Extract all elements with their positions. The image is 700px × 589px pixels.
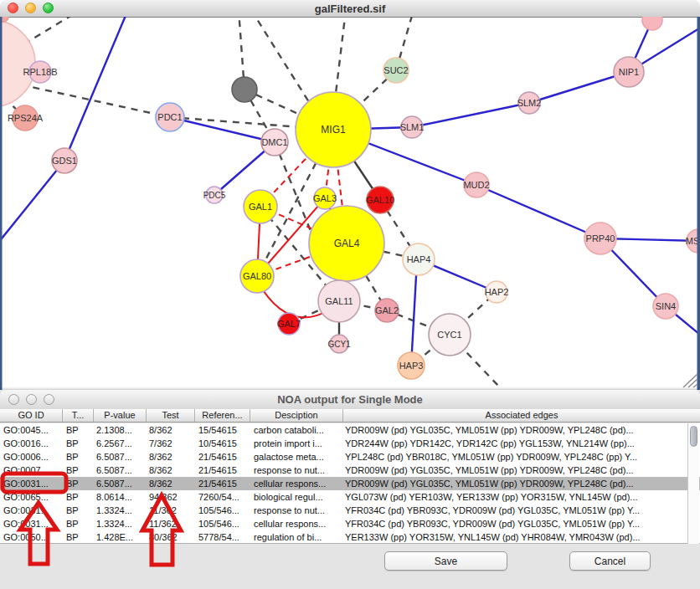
- cell-reference: 21/54615: [195, 477, 250, 490]
- zoom-icon[interactable]: [43, 3, 54, 13]
- edge-blue: [64, 17, 127, 161]
- table-row[interactable]: GO:0006...BP6.5087...8/36221/54615galact…: [0, 450, 700, 464]
- cell-associated: YFR034C (pd) YBR093C, YDR009W (pd) YGL03…: [343, 504, 700, 517]
- vertical-scrollbar[interactable]: [687, 423, 699, 544]
- node-label-SLM1: SLM1: [400, 122, 425, 132]
- column-header-1[interactable]: T...: [63, 409, 94, 422]
- cell-p_value: 6.2567...: [94, 437, 147, 450]
- cell-p_value: 6.5087...: [94, 477, 147, 490]
- node-label-GDS1: GDS1: [52, 156, 77, 166]
- column-header-6[interactable]: Associated edges: [343, 409, 700, 422]
- cell-p_value: 1.428E...: [94, 530, 147, 544]
- noa-window-titlebar[interactable]: NOA output for Single Mode: [0, 390, 700, 410]
- cell-description: response to nut...: [250, 504, 343, 517]
- cancel-button[interactable]: Cancel: [569, 551, 651, 571]
- table-header[interactable]: GO IDT...P-valueTestReferen...Desciption…: [0, 409, 700, 423]
- cell-description: regulation of bi...: [250, 530, 343, 544]
- edge-dash: [251, 17, 313, 109]
- cell-associated: YDR009W (pd) YGL035C, YML051W (pp) YDR00…: [343, 477, 700, 490]
- save-button[interactable]: Save: [384, 551, 507, 571]
- cell-associated: YDR244W (pp) YDR142C, YDR142C (pp) YGL15…: [343, 437, 700, 450]
- cell-description: protein import i...: [250, 437, 343, 450]
- node-label-GAL7: GAL7: [277, 319, 301, 329]
- node-label-HAP4: HAP4: [407, 254, 431, 264]
- cell-reference: 7260/54...: [195, 490, 250, 504]
- node-pink-top[interactable]: [642, 17, 662, 30]
- cell-go_id: GO:0045...: [0, 423, 63, 437]
- noa-window: NOA output for Single Mode GO IDT...P-va…: [0, 390, 700, 589]
- cell-go_id: GO:0016...: [0, 437, 63, 450]
- node-label-PDC1: PDC1: [157, 112, 182, 122]
- cell-test: 80/362: [147, 530, 195, 544]
- table-row[interactable]: GO:0031...BP6.5087...8/36221/54615cellul…: [0, 477, 700, 490]
- table-row[interactable]: GO:0016...BP6.2567...7/36210/54615protei…: [0, 437, 700, 450]
- scrollbar-thumb[interactable]: [690, 426, 697, 447]
- cell-description: carbon cataboli...: [250, 423, 343, 437]
- close-icon[interactable]: [8, 3, 18, 13]
- table-body[interactable]: GO:0045...BP2.1308...8/36215/54615carbon…: [0, 423, 700, 544]
- cell-test: 8/362: [147, 450, 195, 464]
- cell-go_id: GO:0006...: [0, 450, 63, 464]
- cell-associated: YDR009W (pd) YGL035C, YML051W (pp) YDR00…: [343, 464, 700, 477]
- table-row[interactable]: GO:0031...BP1.3324...11/362105/546...res…: [0, 504, 700, 517]
- cell-associated: YER133W (pp) YOR315W, YNL145W (pd) YHR08…: [343, 530, 700, 544]
- column-header-4[interactable]: Referen...: [195, 409, 250, 422]
- cell-type: BP: [63, 517, 94, 530]
- cell-p_value: 6.5087...: [94, 464, 147, 477]
- cell-p_value: 8.0614...: [94, 490, 147, 504]
- cell-go_id: GO:0031...: [0, 504, 63, 517]
- node-label-RPS24A: RPS24A: [8, 113, 44, 123]
- cell-description: biological regul...: [250, 490, 343, 504]
- inactive-minimize-icon[interactable]: [26, 394, 37, 405]
- window-frame-left: [0, 17, 3, 390]
- node-label-DMC1: DMC1: [261, 137, 287, 147]
- cell-p_value: 1.3324...: [94, 504, 147, 517]
- node-dark-node[interactable]: [232, 77, 257, 102]
- edge-blue: [476, 185, 600, 238]
- table-row[interactable]: GO:0065...BP8.0614...94/3627260/54...bio…: [0, 490, 700, 504]
- cell-type: BP: [63, 504, 94, 517]
- node-label-CYC1: CYC1: [437, 330, 461, 340]
- table-row[interactable]: GO:0031...BP1.3324...11/362105/546...cel…: [0, 517, 700, 530]
- column-header-2[interactable]: P-value: [94, 409, 147, 422]
- cell-go_id: GO:0031...: [0, 517, 63, 530]
- node-label-GAL11: GAL11: [325, 296, 353, 306]
- cell-test: 8/362: [147, 464, 195, 477]
- cell-type: BP: [63, 464, 94, 477]
- inactive-zoom-icon[interactable]: [44, 394, 54, 405]
- node-label-GCY1: GCY1: [327, 340, 351, 349]
- cell-type: BP: [63, 450, 94, 464]
- inactive-close-icon[interactable]: [8, 394, 19, 405]
- node-big-pale[interactable]: [0, 20, 35, 107]
- network-canvas[interactable]: RPL18BRPS24AGDS1PDC1DMC1MIG1SUC2SLM1SLM2…: [0, 17, 700, 390]
- cell-reference: 105/546...: [195, 517, 250, 530]
- table-row[interactable]: GO:0045...BP2.1308...8/36215/54615carbon…: [0, 423, 700, 437]
- table-row[interactable]: GO:0007...BP6.5087...8/36221/54615respon…: [0, 464, 700, 477]
- node-label-GAL1: GAL1: [249, 202, 272, 212]
- cell-p_value: 2.1308...: [94, 423, 147, 437]
- column-header-5[interactable]: Desciption: [250, 409, 343, 422]
- cell-go_id: GO:0065...: [0, 490, 63, 504]
- node-label-NIP1: NIP1: [619, 67, 639, 77]
- cell-test: 8/362: [147, 423, 195, 437]
- cell-type: BP: [63, 423, 94, 437]
- cell-associated: YDR009W (pd) YGL035C, YML051W (pp) YDR00…: [343, 423, 700, 437]
- cell-type: BP: [63, 530, 94, 544]
- column-header-3[interactable]: Test: [147, 409, 195, 422]
- cell-go_id: GO:0007...: [0, 464, 63, 477]
- minimize-icon[interactable]: [25, 3, 36, 13]
- column-header-0[interactable]: GO ID: [0, 409, 63, 422]
- node-label-GAL4: GAL4: [334, 238, 360, 249]
- edge-blue: [0, 161, 64, 243]
- network-window: galFiltered.sif RPL18BRPS24AGDS1PDC1DMC1…: [0, 0, 700, 390]
- cell-associated: YFR034C (pd) YBR093C, YDR009W (pd) YGL03…: [343, 517, 700, 530]
- noa-window-title: NOA output for Single Mode: [277, 393, 423, 406]
- cell-reference: 15/54615: [195, 423, 250, 437]
- table-row[interactable]: GO:0050...BP1.428E...80/3625778/54...reg…: [0, 530, 700, 544]
- cell-reference: 21/54615: [195, 450, 250, 464]
- cell-description: response to nut...: [250, 464, 343, 477]
- node-label-SLM2: SLM2: [517, 98, 542, 108]
- network-window-titlebar[interactable]: galFiltered.sif: [0, 0, 700, 18]
- node-label-GAL10: GAL10: [366, 195, 394, 205]
- edge-dash: [335, 17, 346, 100]
